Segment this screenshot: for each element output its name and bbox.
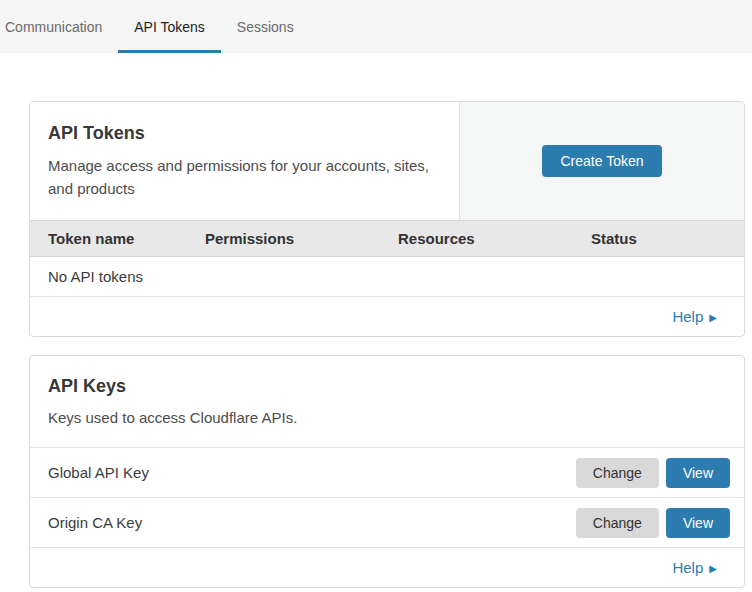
tab-api-tokens[interactable]: API Tokens <box>118 0 221 53</box>
help-link-label: Help <box>672 559 703 576</box>
column-header-status: Status <box>591 230 744 247</box>
api-keys-card: API Keys Keys used to access Cloudflare … <box>29 355 745 588</box>
api-tokens-description: Manage access and permissions for your a… <box>48 154 429 200</box>
tab-sessions[interactable]: Sessions <box>221 0 310 53</box>
main-content: API Tokens Manage access and permissions… <box>0 53 752 588</box>
api-tokens-card-header: API Tokens Manage access and permissions… <box>30 102 744 220</box>
key-row-origin-ca-key: Origin CA Key Change View <box>30 497 744 547</box>
help-arrow-icon: ▶ <box>709 312 717 323</box>
column-header-resources: Resources <box>398 230 591 247</box>
api-tokens-header-action-panel: Create Token <box>460 102 744 220</box>
api-tokens-header-text: API Tokens Manage access and permissions… <box>30 102 460 220</box>
api-keys-description: Keys used to access Cloudflare APIs. <box>48 406 726 429</box>
tab-communication[interactable]: Communication <box>5 0 118 53</box>
api-tokens-card-footer: Help ▶ <box>30 297 744 336</box>
column-header-permissions: Permissions <box>205 230 398 247</box>
create-token-button[interactable]: Create Token <box>542 145 661 177</box>
change-global-api-key-button[interactable]: Change <box>576 458 659 488</box>
api-keys-title: API Keys <box>48 376 726 397</box>
key-name: Origin CA Key <box>48 514 576 531</box>
tokens-empty-row: No API tokens <box>30 257 744 297</box>
key-row-global-api-key: Global API Key Change View <box>30 447 744 497</box>
api-keys-card-footer: Help ▶ <box>30 547 744 587</box>
api-tokens-card: API Tokens Manage access and permissions… <box>29 101 745 337</box>
help-link-label: Help <box>672 308 703 325</box>
api-tokens-help-link[interactable]: Help ▶ <box>672 308 717 325</box>
column-header-token-name: Token name <box>30 230 205 247</box>
key-name: Global API Key <box>48 464 576 481</box>
change-origin-ca-key-button[interactable]: Change <box>576 508 659 538</box>
api-keys-help-link[interactable]: Help ▶ <box>672 559 717 576</box>
api-tokens-title: API Tokens <box>48 123 429 144</box>
view-global-api-key-button[interactable]: View <box>666 458 730 488</box>
help-arrow-icon: ▶ <box>709 563 717 574</box>
view-origin-ca-key-button[interactable]: View <box>666 508 730 538</box>
tokens-table-header: Token name Permissions Resources Status <box>30 220 744 257</box>
tab-bar: Communication API Tokens Sessions <box>0 0 752 53</box>
api-keys-card-header: API Keys Keys used to access Cloudflare … <box>30 356 744 447</box>
